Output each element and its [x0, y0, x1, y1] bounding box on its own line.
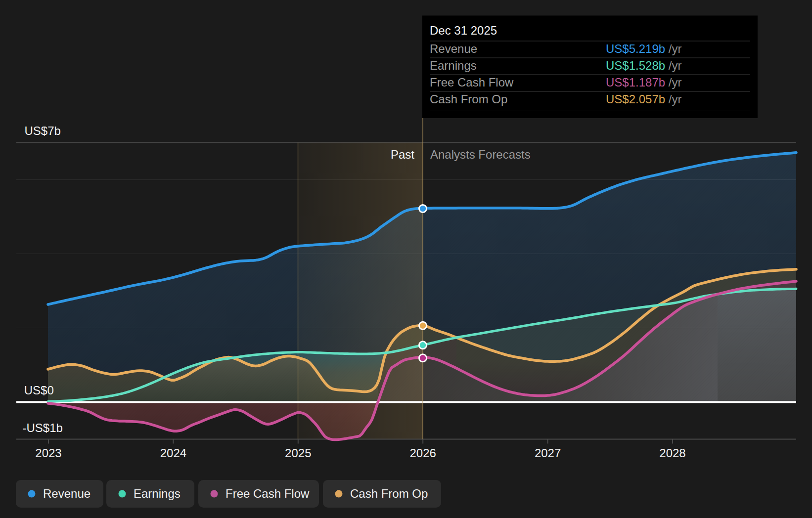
svg-text:Free Cash Flow: Free Cash Flow	[226, 487, 310, 500]
svg-text:Cash From Op: Cash From Op	[350, 487, 428, 500]
svg-text:2025: 2025	[285, 446, 311, 460]
svg-text:Revenue: Revenue	[43, 487, 90, 500]
svg-text:2027: 2027	[535, 446, 561, 460]
svg-text:Dec 31 2025: Dec 31 2025	[430, 24, 497, 37]
svg-text:US$2.057b /yr: US$2.057b /yr	[606, 92, 681, 106]
svg-text:Revenue: Revenue	[430, 42, 477, 55]
svg-text:Cash From Op: Cash From Op	[430, 92, 507, 106]
svg-text:US$1.528b /yr: US$1.528b /yr	[606, 59, 681, 72]
svg-text:-US$1b: -US$1b	[23, 421, 63, 434]
svg-text:Past: Past	[391, 148, 414, 161]
svg-text:2024: 2024	[160, 446, 186, 460]
svg-text:Earnings: Earnings	[134, 487, 180, 500]
svg-text:Earnings: Earnings	[430, 59, 477, 72]
svg-text:US$7b: US$7b	[25, 124, 61, 137]
svg-text:2028: 2028	[659, 446, 685, 460]
svg-text:US$0: US$0	[24, 384, 54, 397]
svg-text:2026: 2026	[410, 446, 436, 460]
svg-text:Free Cash Flow: Free Cash Flow	[430, 76, 514, 89]
svg-text:US$1.187b /yr: US$1.187b /yr	[606, 76, 681, 89]
svg-text:US$5.219b /yr: US$5.219b /yr	[606, 42, 681, 55]
svg-text:2023: 2023	[35, 446, 61, 460]
svg-text:Analysts Forecasts: Analysts Forecasts	[430, 148, 531, 161]
